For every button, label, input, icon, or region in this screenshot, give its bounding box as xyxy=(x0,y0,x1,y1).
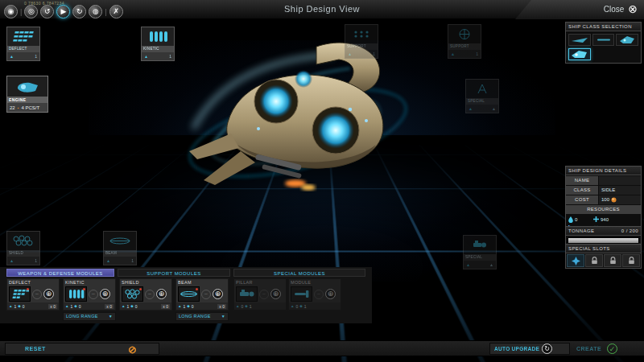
add-module-button[interactable]: ⊕ xyxy=(270,289,281,299)
module-name: PILLAR xyxy=(234,279,286,286)
close-button[interactable]: Close ⊗ xyxy=(604,3,638,14)
hull-slot-special-2[interactable]: SPECIAL ▲▲ xyxy=(463,235,497,269)
remove-module-button[interactable]: − xyxy=(32,290,42,299)
camera-toolbar: ◉ | ◎ ↺ ▶ ↻ ◍ | ✗ xyxy=(4,5,123,19)
hull-slot-special-1[interactable]: SPECIAL ▲▲ xyxy=(465,79,499,113)
engine-slot[interactable]: ENGINE 22 ▪ 4 PCS/T xyxy=(6,76,48,113)
alert-dot xyxy=(27,288,29,290)
slot-label: SHIELD xyxy=(7,250,39,257)
scan-icon[interactable]: ◎ xyxy=(24,5,38,19)
tonnage-bar xyxy=(568,237,639,244)
lock-icon xyxy=(609,257,617,265)
remove-module-button[interactable]: − xyxy=(201,290,211,299)
engine-icon xyxy=(7,76,47,97)
hull-slot-support-1[interactable]: SUPPORT ▲1 xyxy=(345,24,378,59)
crew-icon: ◆ xyxy=(74,304,76,308)
section-special[interactable]: SPECIAL MODULES xyxy=(233,269,365,277)
add-icon xyxy=(572,257,580,265)
special-slots-label: SPECIAL SLOTS xyxy=(568,245,610,253)
rotate-right-icon[interactable]: ↻ xyxy=(72,5,86,19)
lock-icon xyxy=(628,257,635,265)
rotate-left-icon[interactable]: ↺ xyxy=(40,5,54,19)
special-slots-panel: SPECIAL SLOTS xyxy=(565,244,642,269)
kinetic-range-dropdown[interactable]: LONG RANGE▼ xyxy=(63,312,116,321)
class-thumb-3[interactable] xyxy=(616,34,638,46)
name-input[interactable] xyxy=(599,176,641,185)
add-module-button[interactable]: ⊕ xyxy=(43,289,54,299)
remove-module-button[interactable]: − xyxy=(145,290,155,299)
special-slot-add[interactable] xyxy=(567,254,584,267)
module-name: KINETIC xyxy=(64,279,115,286)
slot-label: BEAM xyxy=(104,250,136,257)
module-name: MODULE xyxy=(289,279,341,286)
name-label: NAME xyxy=(566,176,598,185)
module-card-kinetic: KINETIC − ⊕ ▲1 ◆0 x 0 xyxy=(63,278,116,311)
shield-icon xyxy=(7,232,39,250)
create-button[interactable]: CREATE xyxy=(576,346,601,352)
slot-label: SPECIAL xyxy=(466,98,498,105)
cancel-icon[interactable]: ✗ xyxy=(109,5,123,19)
cost-dot-icon: ▪ xyxy=(18,105,19,110)
cost-value: 100 xyxy=(599,195,641,204)
reset-button[interactable]: RESET ⊘ xyxy=(5,343,159,355)
class-thumb-1[interactable] xyxy=(568,34,591,46)
ship-class-selection-panel: SHIP CLASS SELECTION xyxy=(565,22,642,64)
ship-design-view: DEFLECT ▲1 KINETIC ▲1 SUPPORT ▲1 SUPPORT… xyxy=(0,0,644,362)
prohibit-icon: ⊘ xyxy=(128,343,137,356)
section-weapon-defense[interactable]: WEAPON & DEFENSE MODULES xyxy=(6,269,114,277)
hull-slot-beam[interactable]: BEAM ▲1 xyxy=(103,231,137,265)
add-module-button[interactable]: ⊕ xyxy=(100,289,110,299)
panel-title: SHIP CLASS SELECTION xyxy=(568,23,632,31)
module-count: x 0 xyxy=(161,304,170,309)
orbit-icon[interactable]: ◍ xyxy=(89,5,102,19)
hull-slot-shield[interactable]: SHIELD ▲1 xyxy=(6,231,40,265)
close-icon[interactable]: ⊗ xyxy=(628,3,638,14)
bolt-module-icon xyxy=(291,286,312,302)
close-label: Close xyxy=(604,5,625,14)
chevron-down-icon: ▼ xyxy=(221,313,225,320)
remove-module-button[interactable]: − xyxy=(259,290,269,299)
engine-rate: 4 PCS/T xyxy=(21,105,39,110)
remove-module-button[interactable]: − xyxy=(314,290,324,299)
ship-3d-model[interactable] xyxy=(181,32,431,201)
class-thumb-selected[interactable] xyxy=(568,48,591,60)
special-slot-locked-1 xyxy=(585,254,603,267)
shield-icon xyxy=(122,286,143,302)
remove-module-button[interactable]: − xyxy=(89,290,98,299)
kinetic-icon xyxy=(65,286,87,302)
tonnage-icon: ▲ xyxy=(122,304,125,308)
lock-icon xyxy=(591,257,598,265)
dust-icon xyxy=(611,197,617,203)
kinetic-icon xyxy=(142,27,174,46)
slot-label: KINETIC xyxy=(142,46,174,52)
flak-icon xyxy=(7,27,39,46)
crew-icon: ◆ xyxy=(245,304,247,308)
auto-upgrade-button[interactable]: AUTO UPGRADE ↻ xyxy=(489,343,570,355)
class-thumb-2[interactable] xyxy=(592,34,615,46)
class-label: CLASS xyxy=(566,186,598,195)
tonnage-icon: ▲ xyxy=(236,304,239,308)
tonnage-label: TONNAGE xyxy=(568,227,594,235)
resources-label: RESOURCES xyxy=(566,205,641,214)
create-check-icon[interactable]: ✓ xyxy=(607,343,617,354)
add-module-button[interactable]: ⊕ xyxy=(325,289,336,299)
tonnage-icon: ▲ xyxy=(65,304,68,308)
tonnage-value: 0 / 200 xyxy=(621,227,638,235)
panel-title: SHIP DESIGN DETAILS xyxy=(568,167,626,175)
toolbar-separator: | xyxy=(105,8,106,16)
add-module-button[interactable]: ⊕ xyxy=(213,289,223,299)
hull-slot-support-2[interactable]: SUPPORT ▲1 xyxy=(448,24,481,59)
slot-label: SUPPORT xyxy=(448,43,481,50)
beam-range-dropdown[interactable]: LONG RANGE▼ xyxy=(175,312,229,321)
toolbar-separator: | xyxy=(20,8,22,16)
module-card-deflect: DEFLECT − ⊕ ▲1 ◆0 x 0 xyxy=(6,278,60,311)
auto-upgrade-label: AUTO UPGRADE xyxy=(494,346,539,352)
camera-icon[interactable]: ◉ xyxy=(4,5,18,19)
pointer-icon[interactable]: ▶ xyxy=(56,5,70,19)
reset-label: RESET xyxy=(25,346,46,352)
hull-slot-kinetic[interactable]: KINETIC ▲1 xyxy=(141,27,175,61)
add-module-button[interactable]: ⊕ xyxy=(156,289,167,299)
hull-slot-deflect[interactable]: DEFLECT ▲1 xyxy=(6,27,40,61)
chevron-down-icon: ▼ xyxy=(109,313,113,320)
section-support[interactable]: SUPPORT MODULES xyxy=(118,269,230,277)
